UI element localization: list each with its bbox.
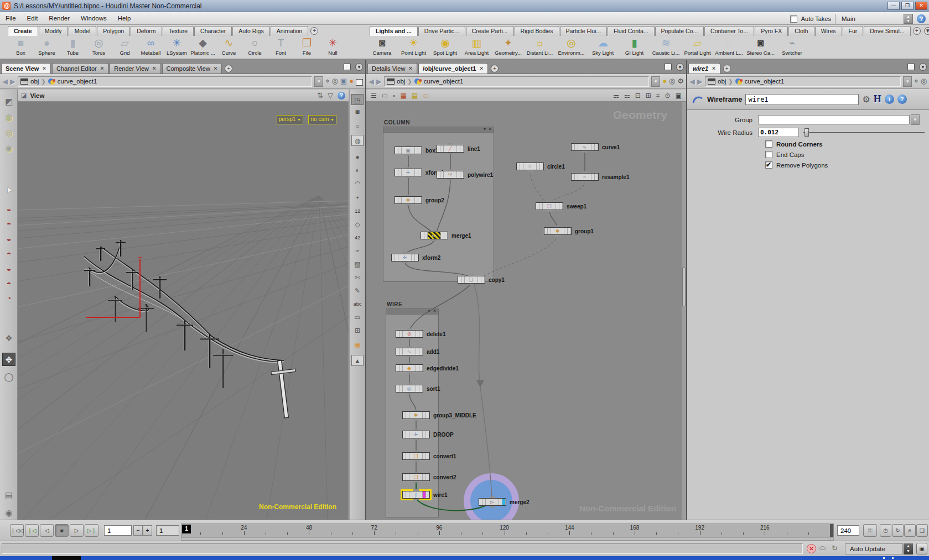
menu-help[interactable]: Help (112, 13, 137, 23)
shelf-tool-curve[interactable]: ∿Curve (216, 36, 242, 59)
left-toolbar-icon-8[interactable]: ◓ (2, 247, 15, 260)
display-option-icon-17[interactable]: ⊞ (351, 325, 364, 336)
tab-close-icon[interactable]: ✕ (479, 66, 484, 71)
node-flag-display[interactable] (419, 348, 423, 355)
node-flag-display[interactable] (426, 453, 429, 459)
shelf-tool-sky-light[interactable]: ☁Sky Light (587, 36, 619, 59)
viewport-canvas[interactable]: persp1 ▼ no cam ▼ Non-Commercial Edition (18, 102, 349, 520)
box-close-icon[interactable]: ✕ (488, 127, 492, 132)
new-tab-icon[interactable]: + (723, 65, 731, 72)
ruler-end-handle[interactable] (830, 524, 833, 537)
left-toolbar-icon-7[interactable]: ◒ (2, 232, 15, 245)
tab-close-icon[interactable]: ✕ (152, 66, 157, 71)
left-toolbar-icon-14[interactable]: ◯ (2, 370, 15, 384)
left-toolbar-icon-13[interactable]: ✥ (2, 353, 15, 366)
overview-icon[interactable]: ▣ (676, 92, 682, 100)
shelf-tool-torus[interactable]: ◎Torus (86, 36, 112, 59)
gear-icon[interactable]: ⚙ (862, 95, 870, 104)
align-vertical-icon[interactable]: ⚏ (624, 92, 630, 100)
shelf-tab-polygon[interactable]: Polygon (97, 26, 130, 36)
shelf-tab-drive-partic-[interactable]: Drive Partic... (418, 26, 465, 36)
node-delete1[interactable]: ⊘ (396, 330, 423, 338)
list-view-icon[interactable]: ▭ (382, 92, 388, 100)
material-mode-icon[interactable]: ● (349, 76, 354, 86)
node-label-convert2[interactable]: convert2 (433, 474, 456, 480)
shelf-tool-switcher[interactable]: ⌁Switcher (776, 36, 808, 59)
take-spinner[interactable]: ▲▼ (904, 14, 913, 24)
shelf-tab-populate-co-[interactable]: Populate Co... (655, 26, 704, 36)
node-flag-display[interactable] (595, 144, 598, 150)
shelf-tab-pyro-fx[interactable]: Pyro FX (755, 26, 788, 36)
menu-windows[interactable]: Windows (75, 13, 112, 23)
take-selector[interactable]: Main ▲▼ (839, 14, 913, 24)
collapse-icon[interactable]: ⊟ (635, 92, 641, 100)
node-label-line1[interactable]: line1 (468, 146, 480, 152)
node-label-circle1[interactable]: circle1 (547, 164, 565, 170)
go-to-end-button[interactable]: ▷❘ (85, 524, 98, 537)
filter-icon[interactable]: ▽ (328, 91, 333, 101)
go-to-start-button[interactable]: ❘◁◁ (10, 524, 24, 537)
left-toolbar-icon-2[interactable]: ◎ (2, 126, 15, 139)
display-option-icon-18[interactable]: ▦ (351, 339, 364, 350)
path-node[interactable]: curve_object1 (424, 78, 464, 85)
node-merge2[interactable]: ▻ (479, 498, 506, 506)
add-shelf-tab-icon[interactable]: + (310, 27, 318, 35)
node-xform2[interactable]: ✛ (391, 254, 419, 261)
shelf-tab-fur[interactable]: Fur (843, 26, 864, 36)
node-label-sweep1[interactable]: sweep1 (567, 203, 587, 210)
node-flag-display[interactable] (415, 254, 418, 261)
camera-badge[interactable]: no cam ▼ (308, 115, 336, 124)
display-option-icon-11[interactable]: ≈ (351, 245, 364, 257)
playhead-cursor[interactable]: 1 (182, 525, 191, 533)
left-toolbar-icon-12[interactable]: ❖ (2, 332, 15, 345)
back-icon[interactable]: ◀ (689, 77, 695, 86)
audio-icon[interactable]: ♬ (904, 524, 916, 537)
thumb-view-icon[interactable]: ▫ (393, 92, 395, 100)
pin-icon[interactable]: ⌖ (325, 76, 329, 86)
tab-close-icon[interactable]: ✕ (100, 66, 105, 71)
tab-close-icon[interactable]: ✕ (712, 66, 716, 71)
node-flag-display[interactable] (460, 145, 464, 152)
magnify-icon[interactable]: ⊙ (665, 92, 671, 100)
node-resample1[interactable]: ≈ (571, 173, 599, 181)
shelf-tab-rigid-bodies[interactable]: Rigid Bodies (515, 26, 559, 36)
node-add1[interactable]: ∿ (396, 348, 423, 355)
node-flag-display[interactable] (444, 232, 448, 239)
path-node[interactable]: curve_object1 (745, 78, 785, 85)
node-curve1[interactable]: ∿ (571, 143, 599, 151)
node-label-resample1[interactable]: resample1 (602, 174, 629, 180)
tab-render-view[interactable]: Render View✕ (110, 63, 160, 74)
start-frame-input[interactable] (156, 525, 179, 536)
display-option-icon-0[interactable]: ◳ (351, 94, 364, 105)
info-icon[interactable]: i (885, 95, 894, 104)
view-help-icon[interactable]: ? (338, 92, 345, 100)
network-box-header[interactable]: ▾✕ (386, 309, 438, 315)
pane-menu-button[interactable]: ▼ (676, 63, 684, 71)
node-label-group2[interactable]: group2 (425, 197, 444, 203)
display-option-icon-14[interactable]: ✎ (351, 285, 364, 296)
view-menu-icon[interactable]: ◪ (21, 92, 27, 99)
timeline-ruler[interactable]: 1 24487296120144168192216 (181, 524, 834, 537)
shelf-tool-area-light[interactable]: ▥Area Light (461, 36, 492, 59)
pane-menu-button[interactable]: ▼ (919, 63, 927, 71)
update-mode-select[interactable]: Auto Update (845, 543, 903, 554)
node-flag-display[interactable] (426, 412, 429, 418)
node-label-polywire1[interactable]: polywire1 (468, 172, 493, 178)
view-menu-label[interactable]: View (30, 92, 44, 99)
shelf-tool-caustic-li-[interactable]: ≋Caustic Li... (650, 36, 682, 59)
node-flag-display[interactable] (502, 499, 506, 505)
snap-icon[interactable]: ⇅ (317, 91, 323, 101)
spiral-icon[interactable]: ◎ (921, 76, 927, 86)
parameter-path-field[interactable]: obj ❯ curve_object1 (705, 76, 901, 87)
network-path-field[interactable]: obj ❯ curve_object1 (384, 76, 649, 87)
left-toolbar-icon-1[interactable]: ◍ (2, 111, 15, 124)
shelf-tab-character[interactable]: Character (194, 26, 232, 36)
node-flag-display[interactable] (568, 228, 571, 234)
new-tab-icon[interactable]: + (225, 65, 232, 72)
network-box-header[interactable]: ▾✕ (383, 127, 494, 133)
set-key-button[interactable]: ⚿ (863, 524, 877, 537)
node-flag-display[interactable] (540, 163, 543, 170)
left-toolbar-icon-0[interactable]: ◩ (2, 95, 15, 108)
auto-takes-checkbox[interactable] (790, 15, 797, 23)
update-mode-spinner[interactable]: ▲▼ (904, 543, 913, 554)
